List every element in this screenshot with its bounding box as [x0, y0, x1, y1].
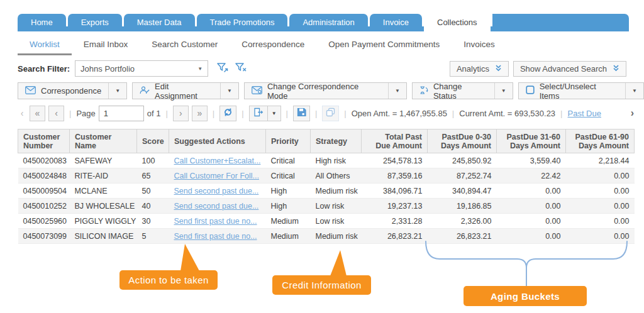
- col-strategy[interactable]: Strategy: [311, 129, 362, 153]
- cell-number: 0450025960: [18, 214, 70, 229]
- subnav-open-payment-commitments[interactable]: Open Payment Commitments: [316, 36, 452, 55]
- subnav-correspondence[interactable]: Correspondence: [230, 36, 316, 55]
- save-icon: [297, 107, 306, 119]
- change-status-label: Change Status: [433, 82, 487, 101]
- page-number-input[interactable]: [99, 106, 144, 121]
- subnav-worklist[interactable]: Worklist: [18, 36, 72, 55]
- last-page-button[interactable]: »: [192, 106, 208, 121]
- copy-button[interactable]: [322, 106, 339, 121]
- correspondence-dropdown[interactable]: ▼: [108, 83, 126, 99]
- tab-administration[interactable]: Administration: [289, 14, 367, 31]
- col-pastdue-31-60[interactable]: PastDue 31-60 Days Amount: [497, 129, 566, 153]
- save-layout-button[interactable]: [293, 106, 310, 121]
- cell-name: BJ WHOLESALE: [70, 199, 137, 214]
- hourglass-status-icon: [419, 86, 428, 96]
- suggested-action-link[interactable]: Send first past due no...: [174, 232, 257, 241]
- callout-aging-label: Aging Buckets: [491, 291, 560, 302]
- edit-assignment-button[interactable]: Edit Assignment ▼: [132, 82, 239, 99]
- cell-strategy: Low risk: [311, 199, 362, 214]
- change-status-button[interactable]: Change Status ▼: [412, 82, 513, 99]
- subnav-invoices[interactable]: Invoices: [452, 36, 507, 55]
- col-customer-name[interactable]: Customer Name: [70, 129, 137, 153]
- open-amount: Open Amt. = 1,467,955.85: [352, 109, 447, 118]
- separator: |: [558, 109, 564, 118]
- cell-d61_90: 0.00: [566, 199, 635, 214]
- change-correspondence-mode-button[interactable]: Change Correspondence Mode ▼: [244, 82, 407, 99]
- analytics-button[interactable]: Analytics: [450, 61, 509, 77]
- col-priority[interactable]: Priority: [266, 129, 311, 153]
- tab-collections[interactable]: Collections: [424, 14, 491, 31]
- suggested-action-link[interactable]: Send second past due...: [174, 187, 259, 195]
- subnav-email-inbox[interactable]: Email Inbox: [72, 36, 140, 55]
- cell-d61_90: 2,218.44: [566, 153, 635, 168]
- cell-action: Send second past due...: [169, 184, 266, 199]
- collapse-chevron-icon[interactable]: ‹: [18, 108, 26, 118]
- page-label: Page: [76, 109, 95, 118]
- col-suggested-actions[interactable]: Suggested Actions: [169, 129, 266, 153]
- suggested-action-link[interactable]: Send second past due...: [174, 202, 259, 211]
- cell-d31_60: 0.00: [497, 214, 566, 229]
- edit-assignment-dropdown[interactable]: ▼: [220, 83, 238, 99]
- suggested-action-link[interactable]: Call Customer+Escalat...: [174, 156, 261, 165]
- col-customer-number[interactable]: Customer Number: [18, 129, 70, 153]
- current-amount: Current Amt. = 693,530.23: [459, 109, 555, 118]
- change-status-dropdown[interactable]: ▼: [494, 83, 513, 99]
- table-row[interactable]: 0450025960PIGGLY WIGGLY30Send first past…: [18, 214, 635, 229]
- cell-action: Send first past due no...: [169, 229, 266, 244]
- cell-action: Send second past due...: [169, 199, 266, 214]
- cell-d61_90: 0.00: [566, 214, 635, 229]
- cell-name: SAFEWAY: [70, 153, 137, 168]
- table-row[interactable]: 0450024848RITE-AID65Call Customer For Fo…: [18, 168, 635, 184]
- apply-filter-button[interactable]: [217, 63, 229, 75]
- select-unselect-items-label: Select/Unselect Items: [540, 82, 618, 101]
- separator: |: [284, 109, 290, 118]
- envelope-mode-icon: [252, 86, 262, 96]
- advanced-search-label: Show Advanced Search: [520, 64, 607, 74]
- tab-exports[interactable]: Exports: [68, 14, 122, 31]
- suggested-action-link[interactable]: Call Customer For Foll...: [174, 172, 259, 180]
- separator: |: [342, 109, 348, 118]
- refresh-icon: [223, 107, 233, 119]
- search-filter-select[interactable]: Johns Portfolio ▼: [75, 60, 208, 77]
- table-header: Customer Number Customer Name Score Sugg…: [18, 129, 635, 153]
- double-chevron-down-icon: [613, 64, 619, 74]
- select-unselect-items-dropdown[interactable]: ▼: [625, 83, 643, 99]
- cell-score: 50: [137, 184, 169, 199]
- tab-trade-promotions[interactable]: Trade Promotions: [197, 14, 288, 31]
- subnav-search-customer[interactable]: Search Customer: [140, 36, 230, 55]
- col-score[interactable]: Score: [137, 129, 169, 153]
- cell-d0_30: 2,326.00: [428, 214, 497, 229]
- cell-strategy: All Others: [311, 168, 362, 184]
- cell-d31_60: 0.00: [497, 199, 566, 214]
- export-dropdown[interactable]: ▼: [268, 106, 281, 121]
- col-pastdue-0-30[interactable]: PastDue 0-30 Days Amount: [428, 129, 497, 153]
- cell-number: 0450009504: [18, 184, 70, 199]
- suggested-action-link[interactable]: Send first past due no...: [174, 217, 257, 226]
- change-correspondence-mode-dropdown[interactable]: ▼: [388, 83, 406, 99]
- table-row[interactable]: 0450020083SAFEWAY100Call Customer+Escala…: [18, 153, 635, 168]
- col-pastdue-61-90[interactable]: PastDue 61-90 Days Amount: [566, 129, 635, 153]
- refresh-button[interactable]: [219, 106, 236, 121]
- tab-master-data[interactable]: Master Data: [124, 14, 195, 31]
- cell-action: Send first past due no...: [169, 214, 266, 229]
- scroll-right-chevron-icon[interactable]: ›: [631, 107, 634, 119]
- first-page-button[interactable]: «: [30, 106, 45, 121]
- tab-home[interactable]: Home: [18, 14, 66, 31]
- clear-filter-button[interactable]: [235, 63, 247, 75]
- show-advanced-search-button[interactable]: Show Advanced Search: [513, 61, 626, 77]
- next-page-button[interactable]: ›: [173, 106, 189, 121]
- tab-invoice[interactable]: Invoice: [370, 14, 422, 31]
- export-button-group: ▼: [249, 106, 281, 121]
- collections-worklist-screen: Home Exports Master Data Trade Promotion…: [0, 0, 644, 313]
- cell-name: RITE-AID: [70, 168, 137, 184]
- past-due-link[interactable]: Past Due: [568, 109, 601, 118]
- col-total-past-due[interactable]: Total Past Due Amount: [362, 129, 428, 153]
- correspondence-button[interactable]: Correspondence ▼: [18, 82, 127, 99]
- table-row[interactable]: 0450009504MCLANE50Send second past due..…: [18, 184, 635, 199]
- cell-name: MCLANE: [70, 184, 137, 199]
- previous-page-button[interactable]: ‹: [48, 106, 64, 121]
- table-row[interactable]: 0450010252BJ WHOLESALE40Send second past…: [18, 199, 635, 214]
- export-button[interactable]: [249, 106, 268, 121]
- select-unselect-items-button[interactable]: Select/Unselect Items ▼: [518, 82, 644, 99]
- cell-name: PIGGLY WIGGLY: [70, 214, 137, 229]
